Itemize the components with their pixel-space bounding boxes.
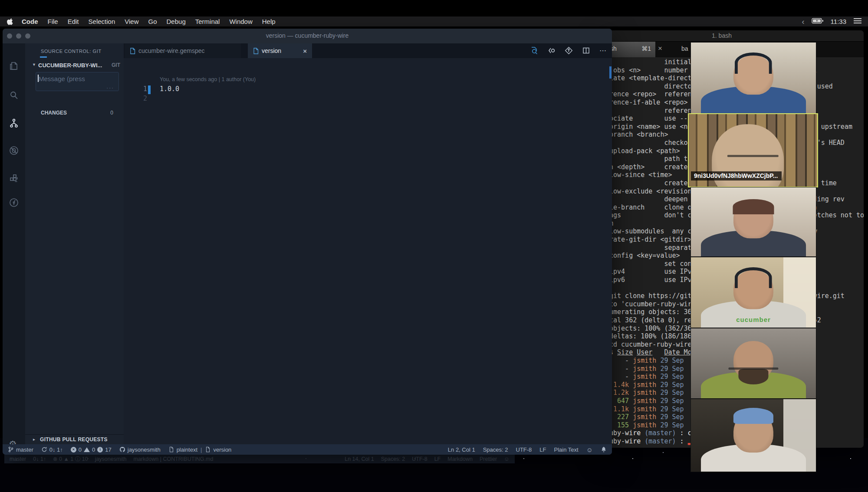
- language-mode[interactable]: Plain Text: [554, 446, 579, 453]
- open-changes-icon[interactable]: [530, 46, 538, 55]
- commit-message-input[interactable]: [39, 74, 117, 83]
- changes-section-header[interactable]: CHANGES 0: [25, 108, 124, 118]
- split-editor-icon[interactable]: [582, 46, 590, 55]
- github-user-indicator[interactable]: jaysonesmith: [119, 446, 161, 453]
- menu-item-selection[interactable]: Selection: [84, 18, 120, 25]
- repo-tree-item[interactable]: ▼ CUCUMBER-RUBY-WI... GIT: [25, 61, 124, 70]
- extensions-icon[interactable]: [9, 173, 19, 184]
- ghost-status-item: Ln 14, Col 1: [345, 456, 374, 462]
- ghost-status-item: UTF-8: [412, 456, 427, 462]
- terminal-tab-2[interactable]: ba: [681, 45, 688, 52]
- warning-count: 0: [92, 446, 95, 453]
- file-icon: [168, 446, 174, 453]
- vscode-window[interactable]: version — cucumber-ruby-wire ⚙ SOURCE CO…: [3, 29, 612, 455]
- more-actions-icon[interactable]: ⋯: [599, 46, 607, 55]
- menu-item-file[interactable]: File: [43, 18, 63, 25]
- video-tile-4[interactable]: cucumber: [691, 257, 816, 328]
- docker-icon[interactable]: [9, 225, 19, 236]
- terminal-tab-shortcut: ⌘1: [641, 45, 651, 52]
- warning-icon: [84, 447, 90, 452]
- info-icon: i: [97, 447, 103, 453]
- problems-indicator[interactable]: × 0 0 i 17: [71, 446, 112, 453]
- debug-disabled-icon[interactable]: [9, 145, 19, 156]
- menu-item-terminal[interactable]: Terminal: [191, 18, 225, 25]
- branch-indicator[interactable]: master: [8, 446, 33, 453]
- changes-label: CHANGES: [41, 110, 67, 116]
- ghost-status-item: markdown | CONTRIBUTING.md: [134, 456, 214, 462]
- source-control-sidebar: SOURCE CONTROL: GIT ▼ CUCUMBER-RUBY-WI..…: [25, 43, 124, 444]
- chevron-down-icon: ▼: [32, 62, 36, 67]
- notification-center-icon[interactable]: [853, 18, 862, 25]
- menu-item-help[interactable]: Help: [257, 18, 280, 25]
- headphones-accent: [735, 267, 772, 289]
- video-tile-2[interactable]: 9ni3Ud0vfNJ8hbWwXZCjbP...: [689, 114, 817, 187]
- tab-version[interactable]: version ×: [248, 43, 312, 58]
- previous-change-icon[interactable]: [547, 46, 556, 55]
- tab-cucumber-wire-gemspec[interactable]: cucumber-wire.gemspec: [125, 43, 241, 58]
- battery-icon[interactable]: [812, 18, 824, 25]
- menubar-clock[interactable]: 11:33: [831, 18, 846, 25]
- search-icon[interactable]: [9, 90, 19, 101]
- menubar-collapse-icon[interactable]: ‹: [802, 18, 805, 26]
- menu-item-view[interactable]: View: [120, 18, 143, 25]
- feedback-smiley-icon[interactable]: ☺: [586, 446, 593, 453]
- editor-line[interactable]: 2: [124, 95, 612, 104]
- menu-item-window[interactable]: Window: [224, 18, 257, 25]
- video-tile-5[interactable]: [691, 328, 816, 398]
- vscode-title-bar[interactable]: version — cucumber-ruby-wire: [3, 29, 612, 43]
- github-pull-requests-icon[interactable]: [9, 197, 19, 208]
- editor-tab-bar: cucumber-wire.gemspec version ×: [124, 43, 612, 58]
- file-icon: [253, 48, 259, 54]
- eol-setting[interactable]: LF: [539, 446, 546, 453]
- encoding-setting[interactable]: UTF-8: [516, 446, 532, 453]
- close-tab-icon[interactable]: ×: [303, 47, 307, 55]
- terminal-title-bar[interactable]: 1. bash: [604, 30, 864, 42]
- editor-line[interactable]: 1 1.0.0: [124, 85, 612, 95]
- codelens-annotation[interactable]: You, a few seconds ago | 1 author (You): [160, 76, 256, 82]
- ghost-status-item: 0↓ 1↑: [33, 456, 46, 462]
- branch-name: master: [16, 446, 33, 453]
- indentation-setting[interactable]: Spaces: 2: [483, 446, 508, 453]
- separator: |: [200, 446, 203, 453]
- chevron-right-icon: ▸: [33, 437, 35, 442]
- commit-message-box[interactable]: ...: [36, 72, 119, 91]
- repo-name: CUCUMBER-RUBY-WI...: [38, 62, 102, 69]
- ghost-status-item: Spaces: 2: [381, 456, 405, 462]
- sync-indicator[interactable]: 0↓ 1↑: [41, 446, 63, 453]
- video-tile-3[interactable]: [691, 187, 816, 256]
- apple-menu-icon[interactable]: [7, 18, 13, 25]
- editor-toolbar: ⋯: [530, 46, 607, 55]
- ghost-status-item: jaysonesmith: [95, 456, 127, 462]
- progress-indicator: [40, 56, 47, 58]
- github-pull-requests-section[interactable]: ▸ GITHUB PULL REQUESTS: [25, 434, 124, 444]
- explorer-icon[interactable]: [9, 61, 19, 71]
- editor-cursor: [148, 85, 151, 94]
- info-count: 17: [105, 446, 111, 453]
- ghost-status-item: Prettier: [480, 456, 497, 462]
- overview-ruler-marker: [609, 66, 612, 79]
- github-icon: [119, 446, 125, 453]
- terminal-tab-close-icon[interactable]: ×: [658, 44, 662, 53]
- source-control-icon[interactable]: [9, 118, 19, 128]
- notifications-bell-icon[interactable]: [601, 446, 607, 453]
- placeholder-overflow: ...: [106, 83, 114, 90]
- gitlens-icon[interactable]: [565, 46, 573, 55]
- glasses-accent: [727, 155, 779, 157]
- menu-item-edit[interactable]: Edit: [63, 18, 84, 25]
- video-tile-6[interactable]: [691, 399, 816, 472]
- ghost-status-item: ☺: [504, 456, 510, 462]
- hair-accent: [733, 199, 774, 214]
- tab-label: cucumber-wire.gemspec: [138, 47, 205, 54]
- menu-item-go[interactable]: Go: [144, 18, 162, 25]
- line-number: 2: [137, 95, 147, 102]
- menu-item-code[interactable]: Code: [17, 18, 43, 25]
- sidebar-panel-title: SOURCE CONTROL: GIT: [41, 49, 102, 54]
- file-language-indicator[interactable]: plaintext | version: [168, 446, 232, 453]
- menu-item-debug[interactable]: Debug: [162, 18, 191, 25]
- error-count: 0: [79, 446, 82, 453]
- line-number: 1: [137, 85, 147, 93]
- video-tile-1[interactable]: [691, 43, 816, 113]
- background-window-status-bar: master0↓ 1↑⊗ 0 ▲ 1 ⓘ 10jaysonesmithmarkd…: [4, 455, 515, 463]
- cursor-position[interactable]: Ln 2, Col 1: [448, 446, 475, 453]
- github-username: jaysonesmith: [128, 446, 161, 453]
